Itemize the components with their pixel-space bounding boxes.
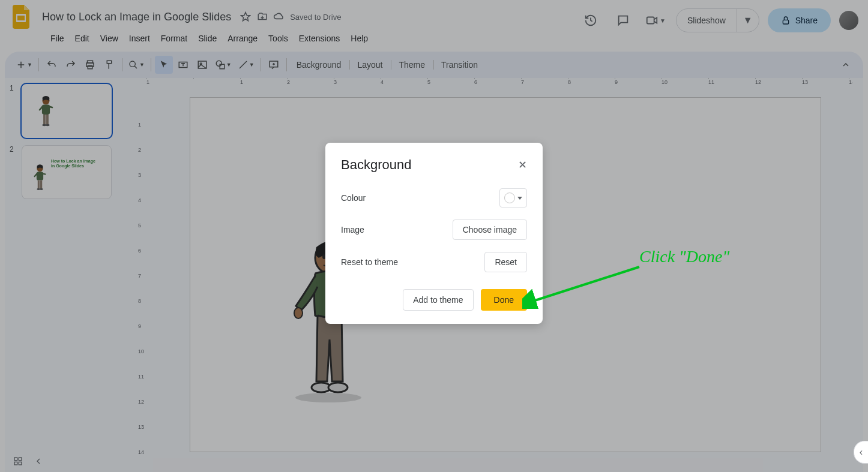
close-icon[interactable]: ✕ <box>518 158 527 172</box>
color-swatch-icon <box>504 193 515 203</box>
image-label: Image <box>341 225 364 235</box>
dialog-title: Background <box>341 157 411 173</box>
colour-label: Colour <box>341 193 366 203</box>
reset-button[interactable]: Reset <box>484 252 527 272</box>
choose-image-button[interactable]: Choose image <box>453 220 527 240</box>
annotation-text: Click "Done" <box>639 247 729 266</box>
add-to-theme-button[interactable]: Add to theme <box>403 289 473 311</box>
reset-label: Reset to theme <box>341 257 398 267</box>
background-dialog: Background ✕ Colour Image Choose image R… <box>325 143 543 324</box>
done-button[interactable]: Done <box>481 289 527 311</box>
colour-picker[interactable] <box>499 188 527 208</box>
chevron-down-icon <box>517 197 522 200</box>
